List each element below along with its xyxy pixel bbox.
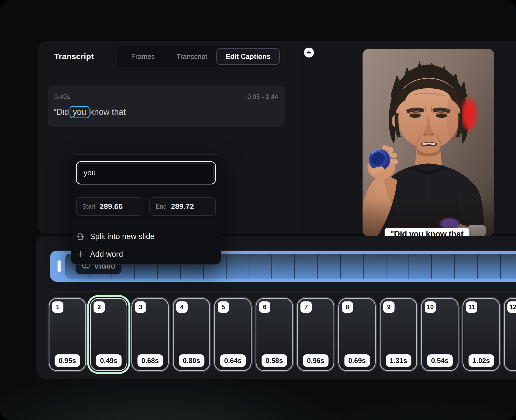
frame-thumbnail[interactable]: 6 0.58s [256,298,293,371]
frame-duration-badge: 0.96s [303,354,328,367]
frame-number-badge: 5 [218,301,229,313]
frame-thumbnail[interactable]: 7 0.96s [297,298,334,371]
frame-number-badge: 10 [425,301,436,313]
video-caption-overlay: "Did you know that [385,228,469,236]
add-word-item[interactable]: Add word [76,247,216,261]
frame-duration-badge: 0.64s [220,354,246,367]
preview-pane: + [296,41,516,234]
frame-number-badge: 2 [94,301,105,313]
highlighted-word[interactable]: you [70,106,89,118]
frame-number-badge: 9 [383,301,395,313]
pane-body: 0.49s 0.95 - 1.44 “Did you know that you [38,72,296,234]
frame-thumbnail[interactable]: 11 1.02s [463,298,500,371]
tab-frames[interactable]: Frames [119,52,167,61]
frame-duration-badge: 0.68s [137,354,163,367]
word-editor-popup: you Start 289.66 End 289.72 [71,154,221,265]
word-input[interactable]: you [78,163,214,182]
segment-duration: 0.49s [54,93,70,101]
tab-edit-captions[interactable]: Edit Captions [216,48,280,65]
frame-number-badge: 3 [135,301,146,313]
frame-duration-badge: 0.54s [427,354,453,367]
frame-duration-badge: 0.69s [344,354,370,367]
frames-strip: 1 0.95s 2 0.49s 3 0.68s 4 0.80s 5 0.64s … [49,298,516,371]
frame-duration-badge: 1.31s [386,354,411,367]
frame-duration-badge: 0.58s [261,354,287,367]
frame-number-badge: 7 [300,301,312,313]
plus-icon [76,250,85,258]
end-value: 289.72 [171,202,194,211]
frame-number-badge: 1 [52,301,63,313]
frame-duration-badge: 0.49s [96,354,121,367]
timeline-divider [50,291,516,292]
frame-thumbnail[interactable]: 1 0.95s [49,298,86,371]
add-slide-button[interactable]: + [304,48,314,58]
transcript-pane: Transcript Frames Transcript Edit Captio… [38,41,296,234]
frame-thumbnail[interactable]: 10 0.54s [421,298,458,371]
end-time-field[interactable]: End 289.72 [149,197,216,216]
frame-number-badge: 8 [342,301,353,313]
editor-surface: Transcript Frames Transcript Edit Captio… [38,41,516,234]
app-window: Transcript Frames Transcript Edit Captio… [0,0,516,420]
segment-time-range: 0.95 - 1.44 [247,93,278,101]
split-slide-label: Split into new slide [90,232,155,241]
frame-duration-badge: 0.95s [55,354,80,367]
frame-thumbnail[interactable]: 8 0.69s [338,298,376,371]
end-label: End [156,203,167,210]
split-slide-icon [76,232,85,241]
start-value: 289.66 [100,202,123,211]
time-fields-row: Start 289.66 End 289.72 [76,197,216,216]
frame-thumbnail-selected[interactable]: 2 0.49s [90,298,127,371]
transcript-segment-card[interactable]: 0.49s 0.95 - 1.44 “Did you know that [48,86,285,127]
tab-transcript[interactable]: Transcript [167,52,216,61]
tab-group: Frames Transcript Edit Captions [117,46,281,67]
popup-menu: Split into new slide Add word [76,223,216,261]
video-preview[interactable]: "Did you know that [363,49,494,236]
frame-duration-badge: 1.02s [468,354,494,367]
frame-number-badge: 4 [176,301,188,313]
frame-thumbnail[interactable]: 4 0.80s [173,298,210,371]
frame-number-badge: 6 [259,301,270,313]
split-into-new-slide-item[interactable]: Split into new slide [76,229,216,243]
page-title: Transcript [54,52,94,61]
frame-number-badge: 11 [466,301,477,313]
segment-text-after: know that [90,107,126,117]
word-input-wrapper: you [76,161,216,184]
segment-text: “Did you know that [54,106,285,118]
start-label: Start [82,203,95,210]
frame-duration-badge: 0.80s [179,354,204,367]
frame-number-badge: 12 [507,301,516,313]
add-word-label: Add word [90,250,123,259]
start-time-field[interactable]: Start 289.66 [76,197,142,216]
segment-times: 0.49s 0.95 - 1.44 [48,86,285,101]
frame-thumbnail[interactable]: 9 1.31s [380,298,417,371]
segment-text-before: “Did [54,107,69,117]
frame-thumbnail[interactable]: 5 0.64s [214,298,252,371]
track-trim-handle[interactable] [58,260,61,272]
video-frame-illustration [363,49,494,236]
frame-thumbnail[interactable]: 3 0.68s [131,298,169,371]
pane-header: Transcript Frames Transcript Edit Captio… [38,41,296,72]
frame-thumbnail[interactable]: 12 [504,298,516,371]
